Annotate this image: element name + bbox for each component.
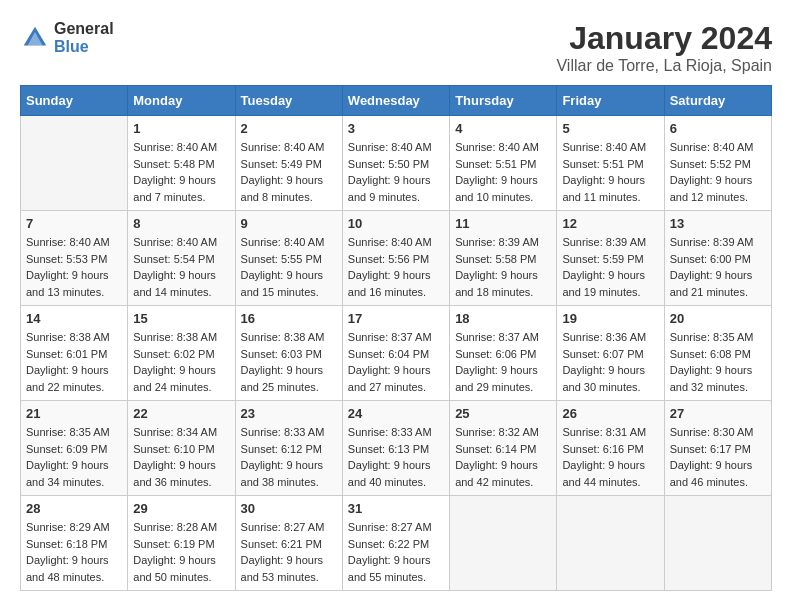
day-info: Sunrise: 8:40 AMSunset: 5:49 PMDaylight:…	[241, 139, 337, 205]
day-info: Sunrise: 8:40 AMSunset: 5:52 PMDaylight:…	[670, 139, 766, 205]
calendar-table: SundayMondayTuesdayWednesdayThursdayFrid…	[20, 85, 772, 591]
calendar-cell: 18 Sunrise: 8:37 AMSunset: 6:06 PMDaylig…	[450, 306, 557, 401]
day-info: Sunrise: 8:40 AMSunset: 5:50 PMDaylight:…	[348, 139, 444, 205]
calendar-cell: 28 Sunrise: 8:29 AMSunset: 6:18 PMDaylig…	[21, 496, 128, 591]
day-info: Sunrise: 8:29 AMSunset: 6:18 PMDaylight:…	[26, 519, 122, 585]
day-number: 8	[133, 216, 229, 231]
day-info: Sunrise: 8:39 AMSunset: 5:58 PMDaylight:…	[455, 234, 551, 300]
logo-text: General Blue	[54, 20, 114, 56]
month-title: January 2024	[556, 20, 772, 57]
calendar-week-row: 1 Sunrise: 8:40 AMSunset: 5:48 PMDayligh…	[21, 116, 772, 211]
day-number: 5	[562, 121, 658, 136]
day-info: Sunrise: 8:34 AMSunset: 6:10 PMDaylight:…	[133, 424, 229, 490]
day-info: Sunrise: 8:40 AMSunset: 5:56 PMDaylight:…	[348, 234, 444, 300]
day-number: 14	[26, 311, 122, 326]
calendar-cell: 27 Sunrise: 8:30 AMSunset: 6:17 PMDaylig…	[664, 401, 771, 496]
day-number: 13	[670, 216, 766, 231]
header-day-monday: Monday	[128, 86, 235, 116]
day-number: 6	[670, 121, 766, 136]
day-number: 18	[455, 311, 551, 326]
day-number: 21	[26, 406, 122, 421]
day-number: 16	[241, 311, 337, 326]
calendar-cell: 23 Sunrise: 8:33 AMSunset: 6:12 PMDaylig…	[235, 401, 342, 496]
calendar-cell: 9 Sunrise: 8:40 AMSunset: 5:55 PMDayligh…	[235, 211, 342, 306]
day-info: Sunrise: 8:32 AMSunset: 6:14 PMDaylight:…	[455, 424, 551, 490]
calendar-cell: 31 Sunrise: 8:27 AMSunset: 6:22 PMDaylig…	[342, 496, 449, 591]
day-number: 24	[348, 406, 444, 421]
day-number: 9	[241, 216, 337, 231]
calendar-cell: 2 Sunrise: 8:40 AMSunset: 5:49 PMDayligh…	[235, 116, 342, 211]
logo-icon	[20, 23, 50, 53]
day-number: 17	[348, 311, 444, 326]
calendar-cell: 4 Sunrise: 8:40 AMSunset: 5:51 PMDayligh…	[450, 116, 557, 211]
day-info: Sunrise: 8:40 AMSunset: 5:54 PMDaylight:…	[133, 234, 229, 300]
day-info: Sunrise: 8:40 AMSunset: 5:51 PMDaylight:…	[562, 139, 658, 205]
calendar-cell	[664, 496, 771, 591]
day-info: Sunrise: 8:38 AMSunset: 6:01 PMDaylight:…	[26, 329, 122, 395]
calendar-cell: 24 Sunrise: 8:33 AMSunset: 6:13 PMDaylig…	[342, 401, 449, 496]
calendar-week-row: 14 Sunrise: 8:38 AMSunset: 6:01 PMDaylig…	[21, 306, 772, 401]
header-day-wednesday: Wednesday	[342, 86, 449, 116]
day-info: Sunrise: 8:40 AMSunset: 5:48 PMDaylight:…	[133, 139, 229, 205]
day-number: 1	[133, 121, 229, 136]
day-number: 23	[241, 406, 337, 421]
calendar-cell: 1 Sunrise: 8:40 AMSunset: 5:48 PMDayligh…	[128, 116, 235, 211]
day-number: 19	[562, 311, 658, 326]
day-info: Sunrise: 8:27 AMSunset: 6:22 PMDaylight:…	[348, 519, 444, 585]
day-number: 28	[26, 501, 122, 516]
calendar-cell: 26 Sunrise: 8:31 AMSunset: 6:16 PMDaylig…	[557, 401, 664, 496]
day-info: Sunrise: 8:40 AMSunset: 5:55 PMDaylight:…	[241, 234, 337, 300]
calendar-cell: 3 Sunrise: 8:40 AMSunset: 5:50 PMDayligh…	[342, 116, 449, 211]
day-info: Sunrise: 8:33 AMSunset: 6:13 PMDaylight:…	[348, 424, 444, 490]
calendar-cell: 11 Sunrise: 8:39 AMSunset: 5:58 PMDaylig…	[450, 211, 557, 306]
day-number: 10	[348, 216, 444, 231]
day-number: 22	[133, 406, 229, 421]
day-info: Sunrise: 8:38 AMSunset: 6:02 PMDaylight:…	[133, 329, 229, 395]
calendar-week-row: 28 Sunrise: 8:29 AMSunset: 6:18 PMDaylig…	[21, 496, 772, 591]
day-info: Sunrise: 8:37 AMSunset: 6:04 PMDaylight:…	[348, 329, 444, 395]
day-number: 20	[670, 311, 766, 326]
day-number: 29	[133, 501, 229, 516]
day-number: 25	[455, 406, 551, 421]
calendar-cell: 20 Sunrise: 8:35 AMSunset: 6:08 PMDaylig…	[664, 306, 771, 401]
header-day-thursday: Thursday	[450, 86, 557, 116]
day-info: Sunrise: 8:39 AMSunset: 5:59 PMDaylight:…	[562, 234, 658, 300]
day-number: 2	[241, 121, 337, 136]
calendar-cell	[21, 116, 128, 211]
header-day-tuesday: Tuesday	[235, 86, 342, 116]
day-info: Sunrise: 8:40 AMSunset: 5:51 PMDaylight:…	[455, 139, 551, 205]
calendar-cell: 8 Sunrise: 8:40 AMSunset: 5:54 PMDayligh…	[128, 211, 235, 306]
calendar-cell: 6 Sunrise: 8:40 AMSunset: 5:52 PMDayligh…	[664, 116, 771, 211]
day-info: Sunrise: 8:33 AMSunset: 6:12 PMDaylight:…	[241, 424, 337, 490]
day-number: 4	[455, 121, 551, 136]
calendar-cell	[557, 496, 664, 591]
day-info: Sunrise: 8:35 AMSunset: 6:09 PMDaylight:…	[26, 424, 122, 490]
calendar-cell: 30 Sunrise: 8:27 AMSunset: 6:21 PMDaylig…	[235, 496, 342, 591]
day-number: 26	[562, 406, 658, 421]
calendar-week-row: 21 Sunrise: 8:35 AMSunset: 6:09 PMDaylig…	[21, 401, 772, 496]
header-day-saturday: Saturday	[664, 86, 771, 116]
day-number: 30	[241, 501, 337, 516]
calendar-cell: 21 Sunrise: 8:35 AMSunset: 6:09 PMDaylig…	[21, 401, 128, 496]
day-number: 27	[670, 406, 766, 421]
calendar-week-row: 7 Sunrise: 8:40 AMSunset: 5:53 PMDayligh…	[21, 211, 772, 306]
calendar-cell: 22 Sunrise: 8:34 AMSunset: 6:10 PMDaylig…	[128, 401, 235, 496]
calendar-cell: 17 Sunrise: 8:37 AMSunset: 6:04 PMDaylig…	[342, 306, 449, 401]
calendar-cell: 5 Sunrise: 8:40 AMSunset: 5:51 PMDayligh…	[557, 116, 664, 211]
day-number: 11	[455, 216, 551, 231]
day-number: 12	[562, 216, 658, 231]
day-info: Sunrise: 8:36 AMSunset: 6:07 PMDaylight:…	[562, 329, 658, 395]
day-info: Sunrise: 8:38 AMSunset: 6:03 PMDaylight:…	[241, 329, 337, 395]
calendar-cell: 7 Sunrise: 8:40 AMSunset: 5:53 PMDayligh…	[21, 211, 128, 306]
day-info: Sunrise: 8:40 AMSunset: 5:53 PMDaylight:…	[26, 234, 122, 300]
calendar-cell: 13 Sunrise: 8:39 AMSunset: 6:00 PMDaylig…	[664, 211, 771, 306]
day-info: Sunrise: 8:35 AMSunset: 6:08 PMDaylight:…	[670, 329, 766, 395]
calendar-cell: 10 Sunrise: 8:40 AMSunset: 5:56 PMDaylig…	[342, 211, 449, 306]
day-number: 3	[348, 121, 444, 136]
day-number: 7	[26, 216, 122, 231]
calendar-cell: 19 Sunrise: 8:36 AMSunset: 6:07 PMDaylig…	[557, 306, 664, 401]
calendar-cell	[450, 496, 557, 591]
day-info: Sunrise: 8:31 AMSunset: 6:16 PMDaylight:…	[562, 424, 658, 490]
header-day-sunday: Sunday	[21, 86, 128, 116]
calendar-cell: 16 Sunrise: 8:38 AMSunset: 6:03 PMDaylig…	[235, 306, 342, 401]
